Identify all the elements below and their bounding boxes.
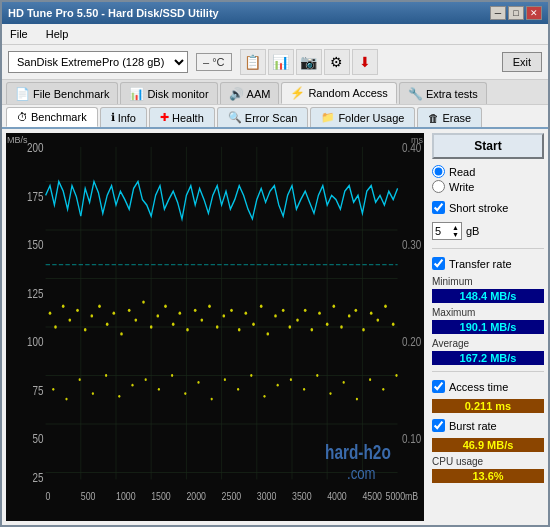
tab-aam[interactable]: 🔊 AAM [220,82,280,104]
tab-benchmark[interactable]: ⏱ Benchmark [6,107,98,127]
svg-text:0.10: 0.10 [402,432,421,445]
svg-point-101 [224,378,226,381]
svg-point-99 [197,381,199,384]
tab-aam-label: AAM [247,88,271,100]
top-tabs: 📄 File Benchmark 📊 Disk monitor 🔊 AAM ⚡ … [2,80,548,105]
svg-text:0.30: 0.30 [402,238,421,251]
svg-point-100 [211,398,213,401]
tab-random-access-label: Random Access [308,87,387,99]
tab-random-access[interactable]: ⚡ Random Access [281,82,396,104]
transfer-rate-checkbox[interactable] [432,257,445,270]
tab-folder-usage[interactable]: 📁 Folder Usage [310,107,415,127]
svg-point-76 [310,328,313,331]
svg-point-84 [370,311,373,314]
svg-point-68 [252,323,255,326]
exit-button[interactable]: Exit [502,52,542,72]
svg-point-93 [118,395,120,398]
svg-text:0.40: 0.40 [402,141,421,154]
short-stroke-spinner[interactable]: 5 ▲ ▼ [432,222,462,240]
title-bar: HD Tune Pro 5.50 - Hard Disk/SSD Utility… [2,2,548,24]
access-time-checkbox[interactable] [432,380,445,393]
error-scan-tab-icon: 🔍 [228,111,242,124]
short-stroke-label: Short stroke [449,202,508,214]
tab-erase[interactable]: 🗑 Erase [417,107,482,127]
svg-point-81 [348,314,351,317]
divider-1 [432,248,544,249]
tab-extra-tests[interactable]: 🔧 Extra tests [399,82,487,104]
svg-point-73 [288,325,291,328]
info-tab-icon: ℹ [111,111,115,124]
camera-icon[interactable]: 📷 [296,49,322,75]
svg-text:125: 125 [27,287,44,300]
settings-icon[interactable]: ⚙ [324,49,350,75]
svg-point-49 [112,311,115,314]
svg-point-43 [68,318,71,321]
svg-point-97 [171,374,173,377]
svg-point-96 [158,388,160,391]
svg-point-59 [186,328,189,331]
minimum-value: 148.4 MB/s [432,289,544,303]
svg-point-94 [131,384,133,387]
svg-point-98 [184,392,186,395]
burst-value: 46.9 MB/s [432,438,544,452]
title-controls: ─ □ ✕ [490,6,542,20]
svg-point-105 [277,384,279,387]
tab-info[interactable]: ℹ Info [100,107,147,127]
access-value: 0.211 ms [432,399,544,413]
close-button[interactable]: ✕ [526,6,542,20]
svg-text:0.20: 0.20 [402,335,421,348]
download-icon[interactable]: ⬇ [352,49,378,75]
read-label: Read [449,166,475,178]
write-radio[interactable] [432,180,445,193]
start-button[interactable]: Start [432,133,544,159]
svg-point-63 [216,325,219,328]
svg-point-88 [52,388,54,391]
disk-selector[interactable]: SanDisk ExtremePro (128 gB) [8,51,188,73]
benchmark-chart: 200 175 150 125 100 75 50 25 0.40 0.30 0… [6,133,424,521]
toolbar-icons: 📋 📊 📷 ⚙ ⬇ [240,49,378,75]
svg-point-40 [49,311,52,314]
burst-rate-checkbox[interactable] [432,419,445,432]
maximum-stat: Maximum 190.1 MB/s [432,307,544,334]
svg-point-112 [369,378,371,381]
tab-error-scan[interactable]: 🔍 Error Scan [217,107,309,127]
spinner-value: 5 [435,225,441,237]
tab-benchmark-label: Benchmark [31,111,87,123]
minimize-button[interactable]: ─ [490,6,506,20]
menu-file[interactable]: File [6,26,32,42]
svg-text:175: 175 [27,190,44,203]
svg-point-102 [237,388,239,391]
read-radio[interactable] [432,165,445,178]
svg-text:3500: 3500 [292,490,312,502]
svg-point-48 [106,323,109,326]
aam-icon: 🔊 [229,87,244,101]
svg-point-53 [142,300,145,303]
svg-point-113 [382,388,384,391]
tab-file-benchmark[interactable]: 📄 File Benchmark [6,82,118,104]
burst-rate-label: Burst rate [449,420,497,432]
svg-point-75 [304,309,307,312]
svg-point-107 [303,388,305,391]
maximum-value: 190.1 MB/s [432,320,544,334]
benchmark-icon[interactable]: 📊 [268,49,294,75]
short-stroke-checkbox[interactable] [432,201,445,214]
spinner-down-arrow[interactable]: ▼ [452,231,459,238]
short-stroke-checkbox-item: Short stroke [432,201,544,214]
menu-help[interactable]: Help [42,26,73,42]
chart-area: MB/s ms [6,133,424,521]
tab-disk-monitor[interactable]: 📊 Disk monitor [120,82,217,104]
spinner-up-arrow[interactable]: ▲ [452,224,459,231]
benchmark-tab-icon: ⏱ [17,111,28,123]
tab-health[interactable]: ✚ Health [149,107,215,127]
svg-point-91 [92,392,94,395]
svg-point-46 [90,314,93,317]
right-panel: Start Read Write Short stroke 5 [428,129,548,525]
svg-text:2000: 2000 [186,490,206,502]
tab-extra-tests-label: Extra tests [426,88,478,100]
info-icon[interactable]: 📋 [240,49,266,75]
svg-point-108 [316,374,318,377]
svg-text:50: 50 [32,432,43,445]
write-label: Write [449,181,474,193]
toolbar: SanDisk ExtremePro (128 gB) – °C 📋 📊 📷 ⚙… [2,45,548,80]
maximize-button[interactable]: □ [508,6,524,20]
